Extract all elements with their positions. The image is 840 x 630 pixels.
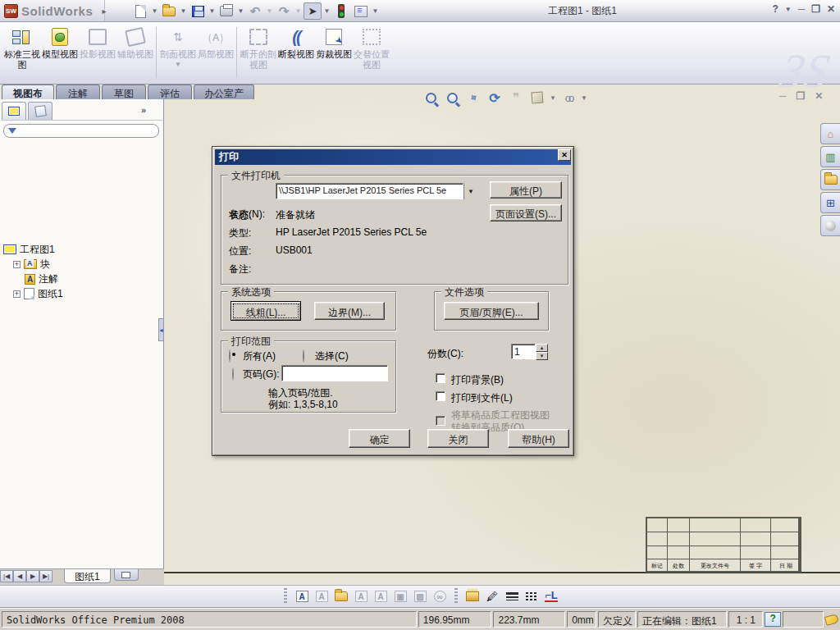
- undo-button[interactable]: ↶: [246, 2, 264, 20]
- toolbar-grip[interactable]: [454, 588, 458, 605]
- tree-filter-input[interactable]: [3, 124, 159, 138]
- first-sheet-button[interactable]: |◀: [0, 570, 13, 582]
- doc-minimize-button[interactable]: ─: [779, 90, 787, 102]
- tree-row-blocks[interactable]: + 块: [13, 257, 50, 272]
- doc-restore-button[interactable]: ❐: [797, 90, 806, 102]
- spin-up-button[interactable]: ▲: [536, 344, 548, 352]
- header-footer-button[interactable]: 页眉/页脚(E)...: [444, 302, 539, 320]
- select-dropdown[interactable]: ▼: [323, 2, 331, 20]
- next-sheet-button[interactable]: ▶: [26, 570, 39, 582]
- zoom-area-button[interactable]: [443, 89, 461, 107]
- new-dropdown[interactable]: ▼: [151, 2, 158, 20]
- tree-row-sheet1[interactable]: + 图纸1: [13, 286, 63, 301]
- insert-block-button[interactable]: [333, 588, 349, 605]
- tab-annotation[interactable]: 注解: [56, 84, 100, 99]
- ribbon-standard-3-views[interactable]: 标准三视图: [3, 25, 41, 80]
- margins-button[interactable]: 边界(M)...: [314, 302, 385, 320]
- sheet1-tab[interactable]: 图纸1: [64, 569, 111, 583]
- panel-overflow-chevron[interactable]: »: [141, 105, 146, 115]
- ok-button[interactable]: 确定: [349, 429, 410, 448]
- range-pages-radio[interactable]: [232, 368, 234, 381]
- featuremanager-tree-tab[interactable]: [2, 102, 26, 120]
- close-button[interactable]: ✕: [827, 3, 835, 15]
- quick-tips-help-button[interactable]: ?: [765, 612, 781, 627]
- location-label: 位置:: [229, 244, 251, 258]
- view-cube-icon: [532, 92, 544, 104]
- print-button[interactable]: [217, 2, 235, 20]
- layer-properties-button[interactable]: [464, 588, 481, 605]
- make-block-button[interactable]: A: [294, 588, 310, 605]
- restore-button[interactable]: ❐: [811, 3, 820, 15]
- print-to-file-checkbox[interactable]: [436, 391, 445, 401]
- help-button[interactable]: ?: [772, 3, 778, 15]
- help-dialog-button[interactable]: 帮助(H): [508, 429, 569, 448]
- range-all-radio[interactable]: [229, 349, 231, 363]
- spin-down-button[interactable]: ▼: [536, 352, 548, 360]
- prev-sheet-button[interactable]: ◀: [13, 570, 26, 582]
- print-background-checkbox[interactable]: [436, 373, 445, 383]
- tree-root-row[interactable]: 工程图1: [3, 242, 55, 257]
- sheet-tab-bar: |◀ ◀ ▶ ▶| 图纸1: [0, 568, 164, 585]
- print-dropdown[interactable]: ▼: [237, 2, 244, 20]
- expand-plus-icon[interactable]: +: [13, 290, 21, 298]
- doc-close-button[interactable]: ✕: [815, 90, 823, 102]
- open-button[interactable]: [160, 2, 178, 20]
- tab-view-layout[interactable]: 视图布局: [2, 84, 54, 99]
- tab-evaluate[interactable]: 评估: [148, 84, 192, 99]
- ribbon-model-view[interactable]: 模型视图: [41, 25, 79, 80]
- pages-input[interactable]: [281, 365, 388, 381]
- range-selection-radio[interactable]: [303, 349, 304, 363]
- add-sheet-tab[interactable]: [114, 569, 139, 581]
- tree-row-annotations[interactable]: A 注解: [25, 272, 58, 286]
- app-logo: SW SolidWorks: [0, 0, 105, 21]
- dialog-close-button[interactable]: ✕: [558, 149, 571, 161]
- tab-sketch[interactable]: 草图: [102, 84, 146, 99]
- view-orientation-dropdown[interactable]: ▼: [550, 94, 556, 102]
- taskpane-appearances-tab[interactable]: [820, 215, 840, 236]
- taskpane-design-library-tab[interactable]: ▥: [820, 146, 840, 167]
- zoom-fit-button[interactable]: [422, 89, 440, 107]
- line-style-button[interactable]: [523, 588, 540, 605]
- properties-button[interactable]: 属性(P): [490, 181, 562, 199]
- taskpane-search-tab[interactable]: ⊞: [820, 192, 840, 213]
- combo-dropdown-arrow[interactable]: ▼: [463, 183, 477, 199]
- expand-plus-icon[interactable]: +: [13, 261, 21, 268]
- copies-value[interactable]: 1: [511, 344, 536, 359]
- close-dialog-button[interactable]: 关闭: [427, 429, 489, 448]
- toolbar-flyout-arrow[interactable]: ▸: [98, 4, 110, 18]
- ribbon-crop-view[interactable]: 剪裁视图: [315, 25, 353, 80]
- line-weight-button[interactable]: 线粗(L)...: [231, 301, 301, 321]
- rebuild-button[interactable]: [332, 2, 350, 20]
- save-button[interactable]: [189, 2, 207, 20]
- options-dropdown[interactable]: ▼: [372, 2, 379, 20]
- new-document-button[interactable]: [131, 2, 149, 20]
- select-button[interactable]: ➤: [304, 2, 322, 20]
- line-thickness-button[interactable]: [504, 588, 520, 605]
- dialog-title-bar[interactable]: 打印: [215, 149, 571, 165]
- last-sheet-button[interactable]: ▶|: [39, 570, 52, 582]
- printer-name-combobox[interactable]: \\JSB1\HP LaserJet P2015 Series PCL 5e ▼: [276, 183, 477, 199]
- view-orientation-button[interactable]: [528, 89, 546, 107]
- zoom-selection-button[interactable]: ⌖: [464, 89, 482, 107]
- grid-snap-button[interactable]: ⌐L: [543, 588, 559, 605]
- ribbon-break-view[interactable]: (( 断裂视图: [277, 25, 315, 80]
- tag-icon[interactable]: [824, 614, 839, 626]
- taskpane-resources-tab[interactable]: ⌂: [820, 123, 840, 144]
- open-dropdown[interactable]: ▼: [180, 2, 187, 20]
- toolbar-grip[interactable]: [284, 588, 287, 605]
- display-style-dropdown[interactable]: ▼: [581, 94, 587, 102]
- layer-color-button[interactable]: 🖉: [484, 588, 500, 605]
- save-dropdown[interactable]: ▼: [208, 2, 216, 20]
- tab-office-products[interactable]: 办公室产品: [194, 84, 254, 99]
- minimize-button[interactable]: ─: [798, 3, 806, 15]
- page-setup-button[interactable]: 页面设置(S)...: [490, 204, 562, 221]
- redo-button[interactable]: ↷: [275, 2, 293, 20]
- rotate-view-button[interactable]: ⟳: [486, 89, 504, 107]
- display-style-button[interactable]: oo: [559, 89, 578, 107]
- options-button[interactable]: [352, 2, 370, 20]
- panel-splitter-collapse[interactable]: ◄: [158, 318, 164, 341]
- property-manager-tab[interactable]: [28, 102, 52, 120]
- copies-spinner[interactable]: 1 ▲▼: [511, 344, 548, 360]
- help-dropdown[interactable]: ▼: [785, 6, 792, 13]
- taskpane-file-explorer-tab[interactable]: [820, 169, 840, 190]
